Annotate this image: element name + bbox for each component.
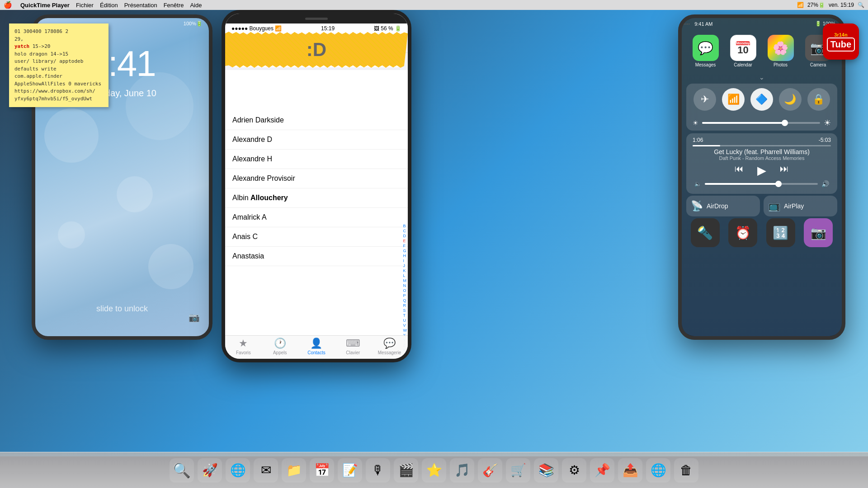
- battery-status: 🖼 56 % 🔋: [374, 25, 401, 32]
- brightness-high-icon: ☀: [824, 118, 831, 128]
- airplane-mode-button[interactable]: ✈: [693, 88, 716, 111]
- dock-calendar[interactable]: 📅: [310, 458, 334, 483]
- badge-top-text: 3r14n: [834, 32, 847, 38]
- apple-menu-icon[interactable]: 🍎: [4, 1, 12, 9]
- contact-amalrick[interactable]: Amalrick A: [225, 208, 408, 227]
- donotdisturb-button[interactable]: 🌙: [779, 88, 802, 111]
- tab-appels[interactable]: 🕐 Appels: [262, 338, 298, 355]
- current-time: 1:06: [693, 137, 703, 143]
- tab-favoris-label: Favoris: [236, 350, 251, 355]
- photos-app-icon: 🌸: [768, 35, 794, 61]
- airplay-button[interactable]: 📺 AirPlay: [764, 196, 837, 216]
- tab-favoris[interactable]: ★ Favoris: [225, 338, 262, 355]
- contacts-icon: 👤: [310, 338, 322, 349]
- menu-edition[interactable]: Édition: [100, 2, 118, 9]
- tab-contacts[interactable]: 👤 Contacts: [298, 338, 335, 355]
- dock-safari[interactable]: 🌐: [226, 458, 250, 483]
- dock-reeder[interactable]: ⭐: [422, 458, 446, 483]
- dock-garageband[interactable]: 🎸: [478, 458, 502, 483]
- brightness-slider[interactable]: ☀ ☀: [686, 115, 837, 131]
- rotation-lock-button[interactable]: 🔒: [807, 88, 830, 111]
- contact-alexandre-h[interactable]: Alexandre H: [225, 150, 408, 169]
- cc-controls-row: ✈ 📶 🔷 🌙 🔒: [686, 84, 837, 115]
- sticky-line-4: holo dragon 14->15: [14, 51, 103, 58]
- contacts-alphabet-index[interactable]: BCDEFG HIJKLM NOPQRS TUVWXYZ#: [403, 224, 407, 352]
- dock-launchpad[interactable]: 🚀: [198, 458, 222, 483]
- menu-fenetre[interactable]: Fenêtre: [164, 2, 184, 9]
- wifi-button[interactable]: 📶: [722, 88, 745, 111]
- app-photos[interactable]: 🌸 Photos: [764, 35, 797, 67]
- calendar-app-icon: Monday10: [730, 35, 756, 61]
- music-panel: 1:06 -5:03 Get Lucky (feat. Pharrell Wil…: [686, 133, 837, 194]
- lock-camera-icon[interactable]: 📷: [189, 312, 200, 323]
- photos-label: Photos: [774, 62, 788, 67]
- dock-itunes[interactable]: 🎵: [450, 458, 474, 483]
- volume-slider[interactable]: 🔈 🔊: [693, 180, 831, 190]
- dock-facetime[interactable]: 🎙: [366, 458, 390, 483]
- lock-battery: 100%🔋: [184, 21, 203, 27]
- tab-messagerie[interactable]: 💬 Messagerie: [371, 338, 408, 355]
- dock-stickies[interactable]: 📌: [590, 458, 614, 483]
- tab-clavier[interactable]: ⌨ Clavier: [335, 338, 371, 355]
- music-progress-bar[interactable]: [693, 145, 831, 146]
- sticky-line-6: defaults write com.apple.finder: [14, 66, 103, 80]
- airdrop-button[interactable]: 📡 AirDrop: [686, 196, 760, 216]
- app-calendar[interactable]: Monday10 Calendar: [726, 35, 760, 67]
- dock-systemprefs[interactable]: ⚙: [562, 458, 586, 483]
- slide-to-unlock[interactable]: slide to unlock: [35, 304, 209, 314]
- dock-ibooks[interactable]: 📚: [534, 458, 558, 483]
- menu-fichier[interactable]: Fichier: [76, 2, 94, 9]
- carrier: ●●●●● Bouygues 📶: [231, 25, 282, 32]
- sticky-line-3: yatch 15->20: [14, 43, 103, 51]
- total-time: -5:03: [819, 137, 831, 143]
- contact-anais[interactable]: Anais C: [225, 227, 408, 247]
- menu-quicktime[interactable]: QuickTime Player: [20, 2, 70, 9]
- calendar-label: Calendar: [734, 62, 752, 67]
- app-messages[interactable]: 💬 Messages: [689, 35, 722, 67]
- calculator-button[interactable]: 🔢: [766, 218, 795, 247]
- dock-trash[interactable]: 🗑: [674, 458, 698, 483]
- camera-cc-button[interactable]: 📷: [804, 218, 833, 247]
- dock-airdrop[interactable]: 📤: [618, 458, 642, 483]
- menu-search-icon[interactable]: 🔍: [858, 2, 864, 8]
- volume-fill: [705, 183, 778, 185]
- timer-button[interactable]: ⏰: [728, 218, 757, 247]
- fast-forward-button[interactable]: ⏭: [780, 164, 789, 178]
- volume-track: [705, 183, 818, 185]
- menu-clock: ven. 15:19: [829, 2, 854, 8]
- airplay-label: AirPlay: [784, 202, 804, 210]
- bluetooth-button[interactable]: 🔷: [750, 88, 773, 111]
- brightness-fill: [702, 122, 785, 124]
- contact-albin[interactable]: Albin Allouchery: [225, 188, 408, 208]
- contact-anastasia[interactable]: Anastasia: [225, 247, 408, 266]
- appels-icon: 🕐: [274, 338, 286, 349]
- tab-bar: ★ Favoris 🕐 Appels 👤 Contacts ⌨ Clavier …: [225, 335, 408, 359]
- menu-wifi-icon: 📶: [797, 2, 804, 8]
- youtube-badge[interactable]: 3r14n Tube: [823, 23, 859, 60]
- menu-presentation[interactable]: Présentation: [124, 2, 157, 9]
- menu-aide[interactable]: Aide: [190, 2, 202, 9]
- dock-files[interactable]: 📁: [282, 458, 306, 483]
- center-speaker: [305, 18, 328, 20]
- contact-adrien[interactable]: Adrien Darkside: [225, 111, 408, 130]
- dock-notes[interactable]: 📝: [338, 458, 362, 483]
- contact-alexandre-p[interactable]: Alexandre Provisoir: [225, 169, 408, 188]
- dock-network[interactable]: 🌐: [646, 458, 670, 483]
- rewind-button[interactable]: ⏮: [735, 164, 744, 178]
- torch-button[interactable]: 🔦: [691, 218, 720, 247]
- music-artist: Daft Punk - Random Access Memories: [693, 155, 831, 161]
- tab-contacts-label: Contacts: [307, 350, 325, 355]
- iphone-contacts: ●●●●● Bouygues 📶 15:19 🖼 56 % 🔋 Groupes …: [222, 10, 411, 362]
- dock-quicktime[interactable]: 🎬: [394, 458, 418, 483]
- contact-alexandre-d[interactable]: Alexandre D: [225, 130, 408, 150]
- music-progress-fill: [693, 145, 720, 146]
- dock-finder[interactable]: 🔍: [170, 458, 194, 483]
- tab-messagerie-label: Messagerie: [378, 350, 401, 355]
- music-title: Get Lucky (feat. Pharrell Williams): [693, 148, 831, 155]
- desktop: 01 300400 178086 2 29, yatch 15->20 holo…: [0, 10, 868, 456]
- airplay-icon: 📺: [768, 200, 780, 212]
- sticky-line-9: yfxy6ptq7mhvb5i/f5_ovydUwt: [14, 95, 103, 103]
- dock-appstore[interactable]: 🛒: [506, 458, 530, 483]
- play-pause-button[interactable]: ▶: [757, 164, 766, 178]
- dock-mail[interactable]: ✉: [254, 458, 278, 483]
